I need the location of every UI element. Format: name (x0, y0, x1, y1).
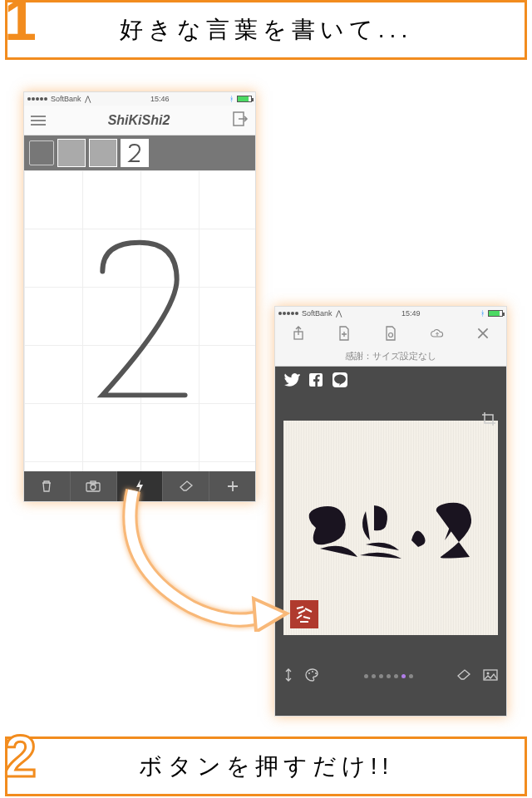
add-button[interactable] (209, 471, 255, 501)
svg-point-9 (308, 672, 310, 674)
camera-button[interactable] (71, 471, 117, 501)
drawing-canvas[interactable] (24, 170, 255, 471)
time-label: 15:49 (401, 309, 421, 318)
status-bar: SoftBank ⋀ 15:46 ᚼ (24, 92, 255, 106)
line-icon[interactable] (332, 372, 348, 392)
wifi-icon: ⋀ (85, 95, 91, 103)
step-2-banner: 2 ボタンを押すだけ!! (5, 736, 527, 796)
crop-icon[interactable] (481, 411, 496, 429)
step-2-text: ボタンを押すだけ!! (7, 751, 525, 782)
calligraphy-text (295, 482, 486, 574)
preview-area (275, 397, 506, 659)
bottom-toolbar (24, 471, 255, 501)
svg-point-8 (334, 374, 346, 383)
status-bar: SoftBank ⋀ 15:49 ᚼ (275, 307, 506, 320)
palette-icon[interactable] (305, 668, 320, 684)
phone-preview-app: SoftBank ⋀ 15:49 ᚼ 感謝：サイズ設定なし (274, 306, 507, 717)
close-icon[interactable] (475, 326, 490, 344)
step-1-banner: 1 好きな言葉を書いて... (5, 0, 527, 60)
svg-point-10 (312, 671, 313, 672)
signal-dots-icon (278, 312, 298, 315)
thumb-3[interactable] (121, 139, 149, 167)
step-1-text: 好きな言葉を書いて... (7, 14, 525, 46)
svg-point-13 (487, 672, 490, 674)
eraser-icon[interactable] (456, 669, 471, 683)
app-title: ShiKiShi2 (108, 113, 170, 128)
signal-dots-icon (27, 97, 47, 101)
battery-icon (237, 96, 252, 102)
thumb-add[interactable] (29, 140, 54, 165)
menu-icon[interactable] (31, 116, 46, 126)
doc-star-icon[interactable] (383, 326, 398, 344)
cloud-icon[interactable] (430, 326, 445, 344)
facebook-icon[interactable] (308, 372, 323, 392)
bluetooth-icon: ᚼ (229, 95, 234, 103)
carrier-label: SoftBank (51, 95, 81, 103)
svg-point-11 (315, 672, 317, 674)
bottom-toolbar (275, 659, 506, 692)
svg-point-2 (91, 485, 96, 490)
svg-point-5 (388, 333, 392, 337)
thumbnail-strip (24, 135, 255, 170)
thumb-2[interactable] (89, 139, 117, 167)
step-1-number: 1 (4, 0, 37, 49)
preview-caption: 感謝：サイズ設定なし (275, 350, 506, 367)
doc-plus-icon[interactable] (337, 326, 352, 344)
arrows-vertical-icon[interactable] (283, 667, 293, 685)
eraser-button[interactable] (163, 471, 209, 501)
battery-icon (488, 310, 503, 317)
crop-row (275, 692, 506, 716)
time-label: 15:46 (150, 95, 170, 103)
trash-button[interactable] (24, 471, 71, 501)
wifi-icon: ⋀ (336, 309, 342, 318)
twitter-icon[interactable] (283, 372, 300, 392)
step-2-number: 2 (4, 727, 37, 786)
nav-bar: ShiKiShi2 (24, 106, 255, 135)
bolt-button[interactable] (117, 471, 164, 501)
page-indicator (364, 674, 413, 678)
carrier-label: SoftBank (302, 309, 332, 318)
social-row (275, 367, 506, 397)
seal-stamp (290, 600, 318, 628)
calligraphy-paper[interactable] (283, 421, 498, 635)
share-icon[interactable] (291, 326, 306, 344)
nav-bar (275, 320, 506, 350)
bluetooth-icon: ᚼ (480, 309, 485, 318)
drawn-stroke-2 (24, 170, 255, 471)
exit-icon[interactable] (232, 111, 249, 131)
phone-drawing-app: SoftBank ⋀ 15:46 ᚼ ShiKiShi2 (23, 91, 256, 502)
flow-arrow (108, 482, 291, 632)
thumb-1[interactable] (57, 139, 86, 167)
image-icon[interactable] (483, 669, 498, 683)
